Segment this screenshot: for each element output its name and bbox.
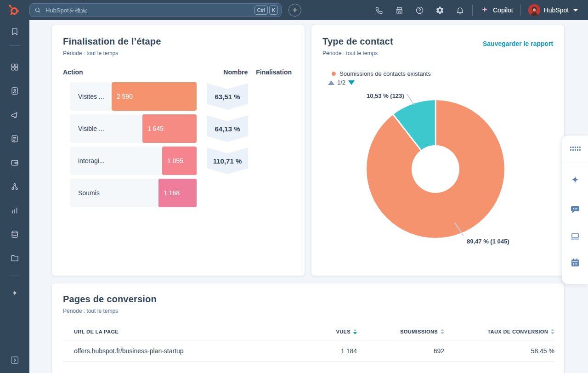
sidebar-divider <box>9 45 20 46</box>
notifications-icon[interactable] <box>455 5 465 15</box>
completion-value: 63,51 % <box>215 93 240 101</box>
slice-label-teal: 10,53 % (123) <box>367 92 404 99</box>
sidebar-item-library[interactable] <box>6 249 24 267</box>
sidebar-item-workspaces[interactable] <box>6 58 24 76</box>
stage-bar: 1 168 <box>158 179 197 207</box>
table-row[interactable]: offers.hubspot.fr/business-plan-startup … <box>63 340 554 362</box>
donut-chart[interactable] <box>367 100 504 238</box>
stage-value: 1 645 <box>142 125 164 132</box>
funnel-column-headers: Action Nombre Finalisation <box>63 68 292 76</box>
stage-value: 1 168 <box>158 189 180 197</box>
search-input[interactable] <box>29 3 282 17</box>
content-icon <box>10 134 19 143</box>
sidebar-item-crm[interactable] <box>6 82 24 100</box>
expand-sidebar-button[interactable] <box>6 351 24 369</box>
stage-label: interagi... <box>70 157 105 164</box>
funnel-stage-visible[interactable]: Visible ... 1 645 <box>70 114 197 143</box>
column-views-label: VUES <box>336 329 351 334</box>
copilot-panel-button[interactable] <box>566 171 584 190</box>
funnel-stage-visites[interactable]: Visites ... 2 590 <box>70 82 197 111</box>
calendar-icon <box>570 257 581 268</box>
sidebar-divider <box>9 276 20 276</box>
funnel-card-title: Finalisation de l’étape <box>63 36 294 47</box>
stage-label: Visible ... <box>70 125 104 132</box>
settings-icon[interactable] <box>435 5 445 15</box>
funnel-row: interagi... 1 055 110,71 % <box>70 147 294 175</box>
column-url[interactable]: URL DE LA PAGE <box>74 329 288 334</box>
create-button[interactable]: + <box>288 4 301 17</box>
avatar <box>528 4 540 16</box>
search-shortcut: Ctrl K <box>254 6 278 15</box>
donut-legend[interactable]: Soumissions de contacts existants <box>332 70 431 77</box>
drag-dots-icon[interactable] <box>566 139 584 158</box>
save-report-link[interactable]: Sauvegarder le rapport <box>483 40 553 47</box>
laptop-panel-button[interactable] <box>566 227 584 245</box>
dashboard-content: Finalisation de l’étape Période : tout l… <box>29 20 588 373</box>
left-sidebar <box>0 20 29 373</box>
column-action: Action <box>63 68 223 76</box>
sort-icon[interactable] <box>551 329 554 334</box>
account-name: HubSpot <box>544 6 569 14</box>
column-rate[interactable]: TAUX DE CONVERSION <box>444 329 554 334</box>
account-menu[interactable]: HubSpot <box>528 4 578 16</box>
copilot-button[interactable]: Copilot <box>480 6 513 15</box>
sidebar-item-bookmarks[interactable] <box>6 23 24 41</box>
contact-type-title: Type de contact <box>322 36 393 47</box>
column-count: Nombre <box>223 68 248 76</box>
copilot-label: Copilot <box>493 6 513 14</box>
copilot-sparkle-icon <box>480 6 489 15</box>
column-views[interactable]: VUES <box>288 329 357 334</box>
hubspot-logo[interactable] <box>6 2 21 18</box>
sidebar-item-automations[interactable] <box>6 177 24 196</box>
megaphone-icon <box>10 110 19 119</box>
cell-views: 1 184 <box>288 347 357 355</box>
calendar-panel-button[interactable] <box>566 254 584 272</box>
stage-label: Soumis <box>70 189 100 197</box>
stage-label: Visites ... <box>70 93 104 100</box>
sidebar-item-commerce[interactable] <box>6 153 24 172</box>
sidebar-item-ai[interactable] <box>6 284 24 303</box>
stage-value: 2 590 <box>112 93 133 100</box>
phone-icon[interactable] <box>374 5 384 15</box>
funnel-stage-soumis[interactable]: Soumis 1 168 <box>70 179 197 207</box>
contacts-icon <box>10 86 19 96</box>
sidebar-item-reporting[interactable] <box>6 201 24 220</box>
topbar-divider <box>520 5 521 16</box>
cell-url[interactable]: offers.hubspot.fr/business-plan-startup <box>74 347 288 355</box>
slice-label-salmon: 89,47 % (1 045) <box>467 238 509 245</box>
column-submissions[interactable]: SOUMISSIONS <box>357 329 444 334</box>
sort-icon[interactable] <box>441 329 444 334</box>
pager-down-icon[interactable] <box>348 80 355 85</box>
table-header-row: URL DE LA PAGE VUES SOUMISSIONS TAUX DE … <box>63 329 554 340</box>
sidebar-item-data[interactable] <box>6 225 24 243</box>
grid-icon <box>10 62 19 72</box>
cell-rate: 58,45 % <box>444 347 554 355</box>
topbar-icon-group <box>374 5 465 15</box>
stage-bar: 1 055 <box>162 147 197 175</box>
funnel-card-period: Période : tout le temps <box>63 50 294 57</box>
search-icon <box>34 6 41 14</box>
completion-badge: 110,71 % <box>207 147 248 174</box>
org-chart-icon <box>10 182 19 191</box>
sidebar-item-content[interactable] <box>6 130 24 148</box>
sort-icon[interactable] <box>353 329 357 334</box>
completion-value: 64,13 % <box>215 125 240 133</box>
column-completion: Finalisation <box>256 68 292 76</box>
stage-bar: 2 590 <box>112 82 197 111</box>
conversion-title: Pages de conversion <box>63 294 554 305</box>
completion-value: 110,71 % <box>213 157 242 165</box>
database-icon <box>10 230 19 239</box>
legend-pager: 1/2 <box>328 79 355 86</box>
sidebar-item-marketing[interactable] <box>6 106 24 124</box>
chat-panel-button[interactable] <box>566 200 584 219</box>
help-icon[interactable] <box>414 5 424 15</box>
chevron-down-icon <box>573 9 578 11</box>
funnel-row: Visites ... 2 590 63,51 % <box>70 82 294 111</box>
funnel-stage-interagi[interactable]: interagi... 1 055 <box>70 147 197 175</box>
folder-icon <box>10 254 19 263</box>
bookmark-icon <box>10 27 19 36</box>
marketplace-icon[interactable] <box>394 5 404 15</box>
cell-submissions: 692 <box>357 347 444 355</box>
pager-up-icon[interactable] <box>328 80 334 85</box>
sparkle-icon <box>569 175 581 186</box>
